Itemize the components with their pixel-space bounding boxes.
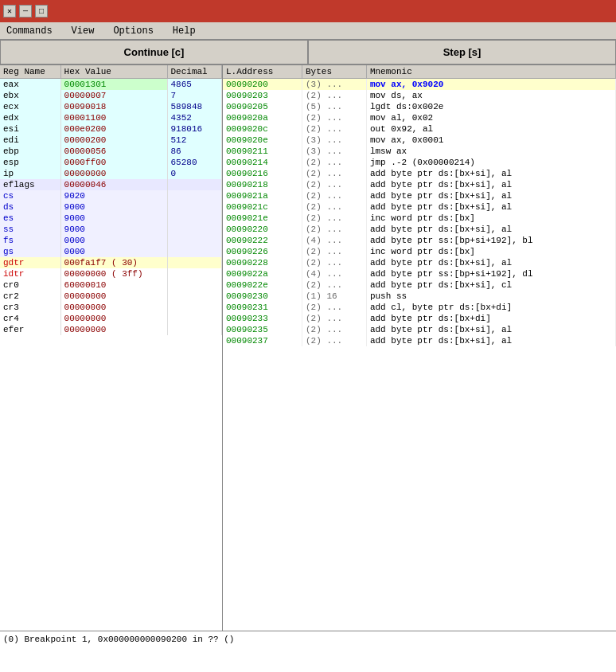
- reg-decimal: [167, 179, 222, 190]
- asm-address: 00090216: [223, 168, 302, 179]
- reg-decimal: [167, 224, 222, 235]
- asm-row: 0009021a(2) ...add byte ptr ds:[bx+si], …: [223, 190, 616, 201]
- menu-help[interactable]: Help: [170, 24, 199, 38]
- asm-mnemonic: add byte ptr ss:[bp+si+192], dl: [366, 268, 615, 279]
- asm-address: 00090205: [223, 101, 302, 112]
- reg-hex: 00000000: [60, 324, 167, 335]
- reg-decimal: 7: [167, 90, 222, 101]
- reg-name: cr3: [0, 302, 60, 313]
- col-reg-name: Reg Name: [0, 65, 60, 79]
- reg-decimal: [167, 291, 222, 302]
- asm-mnemonic: inc word ptr ds:[bx]: [366, 246, 615, 257]
- register-row: cr400000000: [0, 313, 222, 324]
- reg-name: cr0: [0, 279, 60, 291]
- asm-address: 00090220: [223, 224, 302, 235]
- asm-mnemonic: add byte ptr ss:[bp+si+192], bl: [366, 235, 615, 246]
- reg-decimal: [167, 201, 222, 213]
- reg-name: esp: [0, 157, 60, 168]
- registers-panel: Reg Name Hex Value Decimal eax0000130148…: [0, 65, 223, 631]
- register-row: fs0000: [0, 235, 222, 246]
- asm-row: 00090226(2) ...inc word ptr ds:[bx]: [223, 246, 616, 257]
- asm-row: 00090231(2) ...add cl, byte ptr ds:[bx+d…: [223, 302, 616, 313]
- asm-mnemonic: add byte ptr ds:[bx+si], al: [366, 168, 615, 179]
- reg-name: edi: [0, 135, 60, 146]
- reg-decimal: [167, 313, 222, 324]
- register-row: edx000011004352: [0, 112, 222, 123]
- register-row: ip000000000: [0, 168, 222, 179]
- reg-hex: 00000000: [60, 168, 167, 179]
- asm-address: 0009020e: [223, 135, 302, 146]
- asm-bytes: (2) ...: [302, 190, 367, 201]
- menu-commands[interactable]: Commands: [3, 24, 56, 38]
- asm-row: 00090230(1) 16push ss: [223, 291, 616, 302]
- asm-mnemonic: mov ds, ax: [366, 90, 615, 101]
- asm-bytes: (2) ...: [302, 224, 367, 235]
- reg-decimal: 589848: [167, 101, 222, 112]
- asm-row: 00090214(2) ...jmp .-2 (0x00000214): [223, 157, 616, 168]
- register-row: ds9000: [0, 201, 222, 213]
- log-text: (0) Breakpoint 1, 0x000000000090200 in ?…: [3, 635, 234, 644]
- reg-name: cr2: [0, 291, 60, 302]
- reg-hex: 00000000: [60, 291, 167, 302]
- close-button[interactable]: ✕: [3, 5, 16, 18]
- asm-bytes: (2) ...: [302, 168, 367, 179]
- reg-hex: 9000: [60, 213, 167, 224]
- reg-decimal: 65280: [167, 157, 222, 168]
- minimize-button[interactable]: ─: [19, 5, 32, 18]
- reg-hex: 00001100: [60, 112, 167, 123]
- asm-bytes: (3) ...: [302, 135, 367, 146]
- asm-address: 00090218: [223, 179, 302, 190]
- asm-bytes: (3) ...: [302, 79, 367, 91]
- disassembly-panel: L.Address Bytes Mnemonic 00090200(3) ...…: [223, 65, 616, 631]
- register-row: ss9000: [0, 224, 222, 235]
- asm-row: 00090216(2) ...add byte ptr ds:[bx+si], …: [223, 168, 616, 179]
- reg-decimal: 918016: [167, 123, 222, 135]
- asm-bytes: (2) ...: [302, 279, 367, 291]
- maximize-button[interactable]: □: [35, 5, 48, 18]
- asm-bytes: (2) ...: [302, 324, 367, 335]
- step-button[interactable]: Step [s]: [308, 40, 616, 64]
- asm-bytes: (2) ...: [302, 335, 367, 346]
- reg-name: eax: [0, 79, 60, 91]
- reg-name: ebp: [0, 146, 60, 157]
- main-content: Reg Name Hex Value Decimal eax0000130148…: [0, 65, 616, 631]
- register-row: idtr00000000 ( 3ff): [0, 268, 222, 279]
- asm-bytes: (2) ...: [302, 257, 367, 268]
- reg-name: ds: [0, 201, 60, 213]
- asm-bytes: (2) ...: [302, 179, 367, 190]
- asm-address: 0009021e: [223, 213, 302, 224]
- register-row: esi000e0200918016: [0, 123, 222, 135]
- continue-button[interactable]: Continue [c]: [0, 40, 308, 64]
- asm-address: 00090214: [223, 157, 302, 168]
- asm-mnemonic: lgdt ds:0x002e: [366, 101, 615, 112]
- asm-mnemonic: add byte ptr ds:[bx+si], al: [366, 335, 615, 346]
- reg-name: gdtr: [0, 257, 60, 268]
- reg-hex: 00000000: [60, 302, 167, 313]
- col-bytes: Bytes: [302, 65, 367, 79]
- reg-decimal: 4865: [167, 79, 222, 91]
- reg-decimal: 0: [167, 168, 222, 179]
- reg-decimal: [167, 324, 222, 335]
- reg-hex: 00000046: [60, 179, 167, 190]
- asm-bytes: (2) ...: [302, 201, 367, 213]
- reg-decimal: [167, 246, 222, 257]
- asm-row: 0009020c(2) ...out 0x92, al: [223, 123, 616, 135]
- reg-decimal: [167, 257, 222, 268]
- register-row: cs9020: [0, 190, 222, 201]
- reg-decimal: [167, 235, 222, 246]
- asm-bytes: (4) ...: [302, 235, 367, 246]
- reg-hex: 9000: [60, 224, 167, 235]
- menu-view[interactable]: View: [68, 24, 98, 38]
- asm-row: 0009021e(2) ...inc word ptr ds:[bx]: [223, 213, 616, 224]
- reg-decimal: 4352: [167, 112, 222, 123]
- reg-decimal: 86: [167, 146, 222, 157]
- asm-row: 00090203(2) ...mov ds, ax: [223, 90, 616, 101]
- asm-mnemonic: mov ax, 0x9020: [366, 79, 615, 91]
- reg-name: gs: [0, 246, 60, 257]
- register-row: edi00000200512: [0, 135, 222, 146]
- menu-options[interactable]: Options: [110, 24, 156, 38]
- reg-name: ebx: [0, 90, 60, 101]
- asm-mnemonic: add byte ptr ds:[bx+si], al: [366, 257, 615, 268]
- asm-mnemonic: add byte ptr ds:[bx+si], al: [366, 190, 615, 201]
- asm-row: 0009022e(2) ...add byte ptr ds:[bx+si], …: [223, 279, 616, 291]
